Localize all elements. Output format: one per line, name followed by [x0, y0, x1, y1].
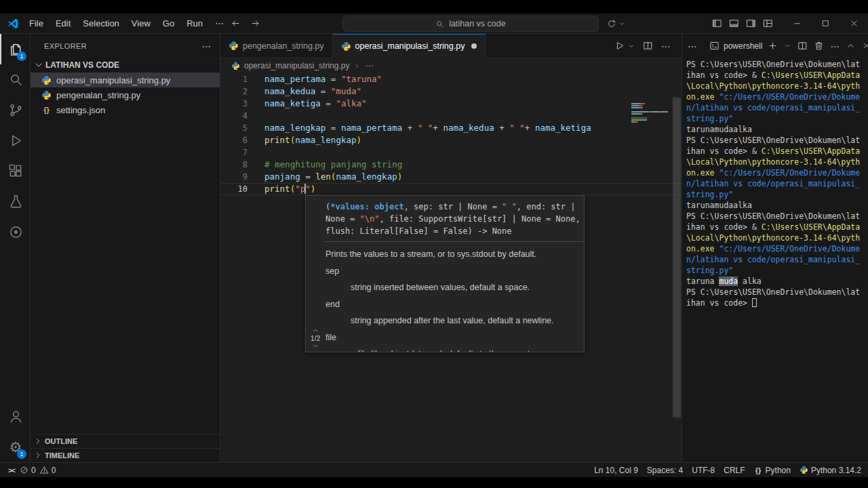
- panel-more-icon[interactable]: ⋯: [688, 41, 697, 51]
- menu-bar: FileEditSelectionViewGoRun⋯: [23, 14, 230, 33]
- terminal-line: on.exe "c:/Users/USER/OneDrive/Dokume: [686, 243, 864, 254]
- maximize-button[interactable]: [811, 14, 840, 33]
- activity-python-environments[interactable]: [0, 217, 30, 247]
- indentation[interactable]: Spaces: 4: [647, 463, 683, 477]
- encoding[interactable]: UTF-8: [692, 463, 715, 477]
- file-item[interactable]: pengenalan_string.py: [31, 87, 220, 102]
- timeline-label: TIMELINE: [45, 451, 79, 460]
- activity-run-and-debug[interactable]: [0, 125, 30, 156]
- status-right: Ln 10, Col 9Spaces: 4UTF-8CRLF{}PythonPy…: [594, 463, 861, 477]
- menu-file[interactable]: File: [23, 14, 50, 33]
- editor-group: pengenalan_string.pyoperasi_manipulasi_s…: [220, 34, 682, 462]
- editor-more-icon[interactable]: ⋯: [661, 41, 671, 51]
- hint-doc-intro: Prints the values to a stream, or to sys…: [326, 249, 578, 260]
- scrollbar-thumb[interactable]: [673, 98, 681, 418]
- minimize-button[interactable]: [783, 14, 811, 33]
- editor-scrollbar[interactable]: [672, 98, 682, 462]
- editor-tab[interactable]: pengenalan_string.py: [220, 34, 333, 58]
- activity-search[interactable]: [0, 64, 30, 95]
- vscode-window: FileEditSelectionViewGoRun⋯ latihan vs c…: [0, 14, 868, 477]
- editor-actions: ⋯: [615, 34, 682, 58]
- toggle-secondary-sidebar-icon[interactable]: [746, 18, 756, 28]
- minimap[interactable]: [631, 103, 671, 123]
- folder-root[interactable]: LATIHAN VS CODE: [31, 58, 220, 73]
- terminal-more-icon[interactable]: ⋯: [830, 41, 840, 51]
- activity-accounts[interactable]: [0, 401, 30, 432]
- history-nav: [231, 14, 260, 33]
- menu-more[interactable]: ⋯: [209, 14, 230, 33]
- terminal-actions: ⋯: [768, 41, 868, 51]
- code-line: 5nama_lengkap = nama_pertama + " "+ nama…: [220, 122, 682, 134]
- terminal-dropdown-icon[interactable]: [784, 42, 791, 49]
- search-icon: [435, 20, 444, 28]
- run-dropdown-icon[interactable]: [628, 43, 635, 49]
- activity-source-control[interactable]: [0, 95, 30, 125]
- dirty-indicator[interactable]: [471, 43, 477, 49]
- chevron-down-icon: [618, 20, 625, 27]
- customize-layout-icon[interactable]: [763, 18, 773, 28]
- editor-tab[interactable]: operasi_manipulasi_string.py: [333, 34, 486, 58]
- end-of-line[interactable]: CRLF: [724, 463, 745, 477]
- code-text: print(nama_lengkap): [264, 134, 361, 146]
- explorer-title: EXPLORER: [44, 42, 87, 50]
- split-editor-icon[interactable]: [643, 41, 653, 51]
- session-control[interactable]: [607, 14, 625, 33]
- terminal-header: ⋯ powershell ⋯: [682, 34, 868, 58]
- outline-section[interactable]: OUTLINE: [31, 434, 220, 448]
- forward-icon[interactable]: [250, 18, 260, 28]
- file-item[interactable]: operasi_manipulasi_string.py: [31, 73, 220, 87]
- account-icon: [8, 409, 24, 424]
- file-label: pengenalan_string.py: [56, 90, 140, 100]
- terminal-tab-powershell[interactable]: powershell: [709, 41, 762, 51]
- activity-manage[interactable]: ⚙1: [0, 432, 30, 462]
- activity-top: 1: [0, 34, 30, 247]
- menu-view[interactable]: View: [125, 14, 157, 33]
- explorer-more-icon[interactable]: ⋯: [202, 41, 212, 51]
- terminal-line: on.exe "c:/Users/USER/OneDrive/Dokume: [686, 92, 864, 102]
- maximize-panel-icon[interactable]: [846, 41, 856, 51]
- file-item[interactable]: {}settings.json: [31, 102, 220, 117]
- terminal-line: ihan vs code> & C:\Users\USER\AppData: [686, 222, 864, 232]
- menu-run[interactable]: Run: [180, 14, 209, 33]
- menu-edit[interactable]: Edit: [50, 14, 77, 33]
- hint-prev-icon[interactable]: [312, 327, 319, 334]
- code-text: nama_lengkap = nama_pertama + " "+ nama_…: [264, 122, 591, 134]
- signature-line: flush: Literal[False] = False) -> None: [326, 225, 580, 237]
- hint-next-icon[interactable]: [312, 342, 319, 350]
- python-file-icon: [231, 62, 240, 70]
- activity-extensions[interactable]: [0, 156, 30, 186]
- warning-count[interactable]: 0: [40, 463, 56, 477]
- close-button[interactable]: [840, 14, 868, 33]
- code-text: panjang = len(nama_lengkap): [264, 171, 402, 183]
- kill-terminal-icon[interactable]: [814, 41, 824, 51]
- minimap-line: [631, 121, 671, 123]
- toggle-sidebar-icon[interactable]: [712, 18, 722, 28]
- language-mode[interactable]: {}Python: [754, 463, 791, 477]
- menu-selection[interactable]: Selection: [77, 14, 125, 33]
- breadcrumb[interactable]: operasi_manipulasi_string.py ⋯: [220, 58, 682, 73]
- menu-go[interactable]: Go: [157, 14, 180, 33]
- code-area[interactable]: 1nama_pertama = "taruna"2nama_kedua = "m…: [220, 73, 682, 462]
- file-label: operasi_manipulasi_string.py: [56, 75, 170, 85]
- toggle-panel-icon[interactable]: [729, 18, 739, 28]
- python-version[interactable]: Python 3.14.2: [800, 463, 861, 477]
- close-panel-icon[interactable]: [862, 41, 868, 50]
- cursor-position[interactable]: Ln 10, Col 9: [594, 463, 638, 477]
- command-center-search[interactable]: latihan vs code: [342, 16, 599, 32]
- remote-indicator[interactable]: ><: [7, 463, 16, 477]
- split-terminal-icon[interactable]: [797, 41, 808, 51]
- chevron-right-icon: [33, 436, 43, 446]
- line-number: 10: [220, 183, 264, 195]
- layout-controls: [712, 18, 773, 28]
- terminal-output[interactable]: PS C:\Users\USER\OneDrive\Dokumen\latiha…: [682, 58, 868, 462]
- warning-icon: [40, 466, 49, 474]
- back-icon[interactable]: [231, 18, 241, 28]
- run-python-file-icon[interactable]: [615, 41, 625, 51]
- activity-explorer[interactable]: 1: [0, 34, 30, 64]
- new-terminal-icon[interactable]: [768, 41, 778, 51]
- activity-testing[interactable]: [0, 186, 30, 217]
- error-count[interactable]: 0: [20, 463, 36, 477]
- code-line: 3nama_ketiga = "alka": [220, 98, 682, 110]
- timeline-section[interactable]: TIMELINE: [31, 448, 220, 462]
- activity-bottom: ⚙1: [0, 401, 30, 462]
